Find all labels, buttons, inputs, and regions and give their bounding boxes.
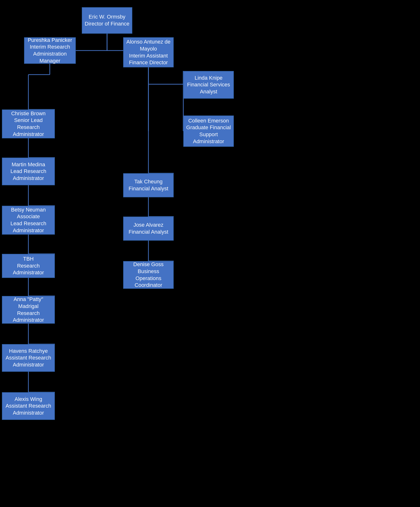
node-jose: Jose AlvarezFinancial Analyst xyxy=(123,217,174,241)
node-anna-text: Anna "Patty" MadrigalResearch Administra… xyxy=(5,296,52,324)
node-denise-text: Denise GossBusiness Operations Coordinat… xyxy=(126,261,171,289)
node-colleen-text: Colleen EmersonGraduate Financial Suppor… xyxy=(186,117,231,145)
node-alonso-text: Alonso Antunez de MayoloInterim Assistan… xyxy=(126,38,171,66)
node-denise: Denise GossBusiness Operations Coordinat… xyxy=(123,261,174,289)
node-pureshka: Pureshka PanickerInterim Research Admini… xyxy=(24,37,76,64)
node-havens: Havens RatchyeAssistant Research Adminis… xyxy=(2,344,55,372)
node-pureshka-text: Pureshka PanickerInterim Research Admini… xyxy=(27,37,73,64)
node-christie-text: Christie BrownSenior Lead Research Admin… xyxy=(5,110,52,138)
node-tak-text: Tak CheungFinancial Analyst xyxy=(128,178,168,192)
node-linda: Linda KnipeFinancial Services Analyst xyxy=(183,71,234,99)
node-alexis-text: Alexis WingAssistant Research Administra… xyxy=(5,396,52,416)
node-tak: Tak CheungFinancial Analyst xyxy=(123,173,174,197)
node-anna: Anna "Patty" MadrigalResearch Administra… xyxy=(2,296,55,324)
node-martin-text: Martin MedinaLead Research Administrator xyxy=(5,161,52,182)
node-betsy: Betsy Neuman AssociateLead Research Admi… xyxy=(2,206,55,235)
org-chart: Eric W. OrmsbyDirector of Finance Puresh… xyxy=(0,0,420,507)
node-tbh: TBHResearch Administrator xyxy=(2,254,55,278)
node-tbh-text: TBHResearch Administrator xyxy=(5,255,52,276)
node-christie: Christie BrownSenior Lead Research Admin… xyxy=(2,109,55,138)
node-eric: Eric W. OrmsbyDirector of Finance xyxy=(82,7,132,34)
node-linda-text: Linda KnipeFinancial Services Analyst xyxy=(186,75,231,95)
node-alonso: Alonso Antunez de MayoloInterim Assistan… xyxy=(123,37,174,67)
node-eric-text: Eric W. OrmsbyDirector of Finance xyxy=(85,14,129,27)
node-martin: Martin MedinaLead Research Administrator xyxy=(2,158,55,185)
node-colleen: Colleen EmersonGraduate Financial Suppor… xyxy=(183,115,234,147)
node-jose-text: Jose AlvarezFinancial Analyst xyxy=(128,222,168,235)
node-alexis: Alexis WingAssistant Research Administra… xyxy=(2,392,55,420)
node-havens-text: Havens RatchyeAssistant Research Adminis… xyxy=(5,348,52,368)
node-betsy-text: Betsy Neuman AssociateLead Research Admi… xyxy=(5,206,52,234)
